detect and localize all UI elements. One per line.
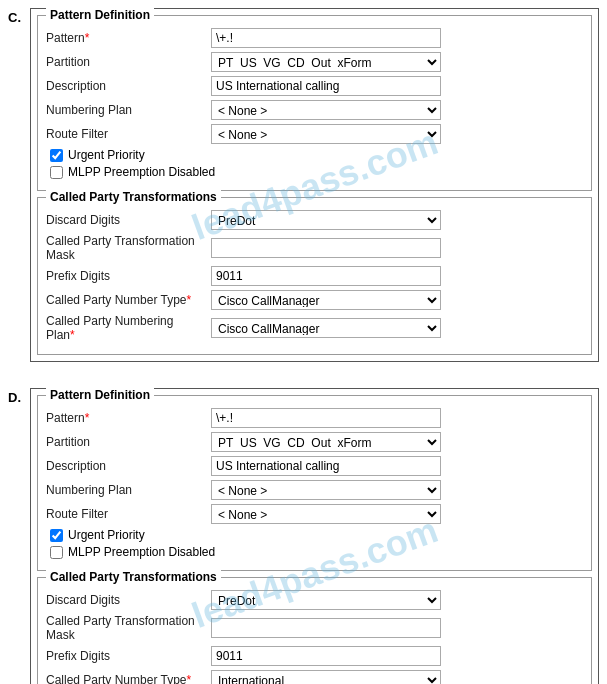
pattern-definition-content: Pattern*PartitionPT_US_VG_CD_Out_xFormDe… [46,408,583,559]
cp-field-row-3: Called Party Number Type*Cisco CallManag… [46,290,583,310]
field-value: PT_US_VG_CD_Out_xForm [211,52,441,72]
cp-field-label: Called Party Number Type* [46,293,211,307]
field-label: Description [46,79,211,93]
field-row-numbering-plan: Numbering Plan< None > [46,100,583,120]
cp-field-value: International [211,670,441,684]
cp-field-row-0: Discard DigitsPreDot [46,210,583,230]
field-label: Numbering Plan [46,103,211,117]
field-label: Numbering Plan [46,483,211,497]
cp-field-label: Called Party Numbering Plan* [46,314,211,342]
field-label: Partition [46,435,211,449]
section-letter: D. [8,388,30,405]
field-value [211,28,441,48]
required-star: * [85,31,90,45]
cp-field-label: Called Party Transformation Mask [46,234,211,262]
field-row-description: Description [46,76,583,96]
field-row-route-filter: Route Filter< None > [46,504,583,524]
field-row-route-filter: Route Filter< None > [46,124,583,144]
field-row-pattern: Pattern* [46,408,583,428]
field-row-partition: PartitionPT_US_VG_CD_Out_xForm [46,432,583,452]
called-party-title: Called Party Transformations [46,570,221,584]
field-value: < None > [211,100,441,120]
cp-field-row-4: Called Party Numbering Plan*Cisco CallMa… [46,314,583,342]
checkbox-row-0: Urgent Priority [46,148,583,162]
field-row-numbering-plan: Numbering Plan< None > [46,480,583,500]
called-party-content: Discard DigitsPreDotCalled Party Transfo… [46,210,583,342]
pattern-definition-group: Pattern DefinitionPattern*PartitionPT_US… [37,395,592,571]
cp-field-row-0: Discard DigitsPreDot [46,590,583,610]
cp-field-value [211,266,441,286]
called-party-group: Called Party TransformationsDiscard Digi… [37,197,592,355]
required-star: * [85,411,90,425]
field-label: Partition [46,55,211,69]
checkbox-input[interactable] [50,546,63,559]
checkbox-row-0: Urgent Priority [46,528,583,542]
checkbox-row-1: MLPP Preemption Disabled [46,165,583,179]
checkbox-label: Urgent Priority [68,528,145,542]
section-C: C.lead4pass.comPattern DefinitionPattern… [8,8,599,378]
checkbox-label: MLPP Preemption Disabled [68,545,215,559]
field-value [211,456,441,476]
field-row-pattern: Pattern* [46,28,583,48]
cp-field-label: Discard Digits [46,593,211,607]
required-star: * [187,673,192,684]
pattern-definition-content: Pattern*PartitionPT_US_VG_CD_Out_xFormDe… [46,28,583,179]
cp-field-value: PreDot [211,210,441,230]
cp-field-label: Called Party Number Type* [46,673,211,684]
checkbox-label: MLPP Preemption Disabled [68,165,215,179]
checkbox-input[interactable] [50,166,63,179]
field-label: Pattern* [46,411,211,425]
field-label: Description [46,459,211,473]
cp-field-row-3: Called Party Number Type*International [46,670,583,684]
section-letter: C. [8,8,30,25]
field-value [211,408,441,428]
cp-field-value [211,238,441,258]
field-value [211,76,441,96]
cp-field-label: Prefix Digits [46,649,211,663]
cp-field-row-1: Called Party Transformation Mask [46,234,583,262]
field-value: PT_US_VG_CD_Out_xForm [211,432,441,452]
checkbox-row-1: MLPP Preemption Disabled [46,545,583,559]
cp-field-value: PreDot [211,590,441,610]
section-D: D.lead4pass.comPattern DefinitionPattern… [8,388,599,684]
field-value: < None > [211,480,441,500]
cp-field-value: Cisco CallManager [211,318,441,338]
outer-box: lead4pass.comPattern DefinitionPattern*P… [30,8,599,362]
pattern-definition-title: Pattern Definition [46,388,154,402]
cp-field-row-2: Prefix Digits [46,646,583,666]
cp-field-value: Cisco CallManager [211,290,441,310]
cp-field-label: Prefix Digits [46,269,211,283]
outer-box: lead4pass.comPattern DefinitionPattern*P… [30,388,599,684]
checkbox-input[interactable] [50,529,63,542]
field-label: Route Filter [46,507,211,521]
cp-field-value [211,646,441,666]
checkbox-input[interactable] [50,149,63,162]
checkbox-label: Urgent Priority [68,148,145,162]
cp-field-row-1: Called Party Transformation Mask [46,614,583,642]
cp-field-label: Discard Digits [46,213,211,227]
field-label: Route Filter [46,127,211,141]
field-row-description: Description [46,456,583,476]
called-party-group: Called Party TransformationsDiscard Digi… [37,577,592,684]
pattern-definition-title: Pattern Definition [46,8,154,22]
cp-field-row-2: Prefix Digits [46,266,583,286]
field-label: Pattern* [46,31,211,45]
pattern-definition-group: Pattern DefinitionPattern*PartitionPT_US… [37,15,592,191]
cp-field-value [211,618,441,638]
called-party-content: Discard DigitsPreDotCalled Party Transfo… [46,590,583,684]
field-row-partition: PartitionPT_US_VG_CD_Out_xForm [46,52,583,72]
called-party-title: Called Party Transformations [46,190,221,204]
field-value: < None > [211,504,441,524]
field-value: < None > [211,124,441,144]
cp-field-label: Called Party Transformation Mask [46,614,211,642]
required-star: * [187,293,192,307]
required-star: * [70,328,75,342]
